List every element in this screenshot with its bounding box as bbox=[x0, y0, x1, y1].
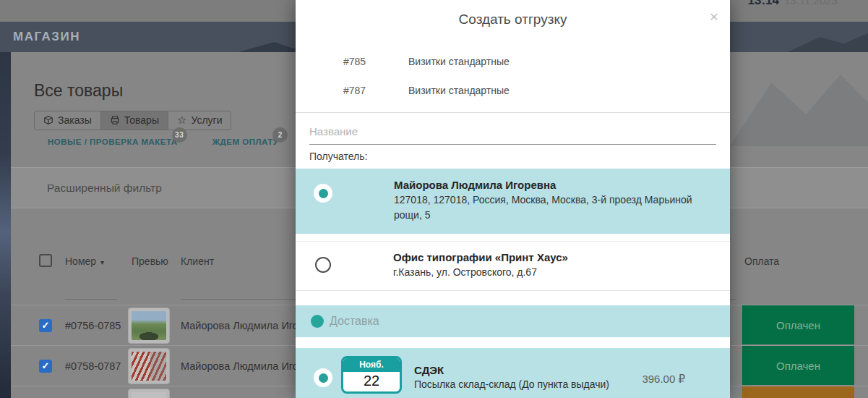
tab-orders[interactable]: Заказы bbox=[35, 111, 100, 130]
carrier-name: СДЭК bbox=[414, 364, 609, 376]
count-badge: 2 bbox=[272, 127, 288, 143]
payment-status-button[interactable] bbox=[742, 386, 854, 398]
tariff-name: Посылка склад-склад (До пункта выдачи) bbox=[414, 378, 609, 390]
column-filter-underline[interactable] bbox=[65, 299, 117, 300]
row-checkbox[interactable]: ✓ bbox=[39, 360, 52, 373]
sort-desc-icon: ▾ bbox=[100, 258, 104, 266]
package-icon bbox=[43, 115, 53, 125]
landscape-photo bbox=[132, 311, 166, 340]
logo-photo bbox=[132, 392, 166, 398]
star-icon: ☆ bbox=[177, 115, 186, 125]
item-id: #785 bbox=[343, 56, 408, 67]
list-item: #787 Визитки стандартные bbox=[296, 76, 730, 105]
preview-thumbnail[interactable] bbox=[128, 348, 170, 384]
count-badge: 33 bbox=[172, 127, 187, 143]
mountain-decor bbox=[788, 33, 868, 52]
radio-selected-icon[interactable] bbox=[314, 368, 332, 387]
delivery-section-header: Доставка bbox=[296, 305, 730, 337]
recipient-name: Офис типографии «Принт Хаус» bbox=[393, 251, 568, 263]
radio-selected-icon[interactable] bbox=[314, 184, 332, 203]
modal-title: Создать отгрузку bbox=[296, 0, 730, 27]
recipient-option[interactable]: Офис типографии «Принт Хаус» г.Казань, у… bbox=[296, 241, 730, 291]
delivery-section-label: Доставка bbox=[330, 315, 379, 328]
column-header-payment: Оплата bbox=[744, 255, 779, 267]
order-number: #0756-0785 bbox=[65, 305, 121, 346]
column-filter-underline[interactable] bbox=[181, 299, 297, 300]
link-label: НОВЫЕ / ПРОВЕРКА МАКЕТА bbox=[48, 137, 178, 146]
preview-thumbnail[interactable] bbox=[128, 308, 170, 344]
recipient-address: г.Казань, ул. Островского, д.67 bbox=[393, 265, 568, 280]
order-number: #0758-0787 bbox=[65, 346, 121, 386]
payment-status-button[interactable]: Оплачен bbox=[742, 346, 854, 385]
preview-thumbnail[interactable] bbox=[128, 389, 170, 398]
close-icon[interactable]: × bbox=[710, 9, 718, 24]
card-design-photo bbox=[132, 352, 166, 381]
create-shipment-modal: Создать отгрузку × #785 Визитки стандарт… bbox=[296, 0, 730, 398]
recipient-option-selected[interactable]: Майорова Людмила Игоревна 127018, 127018… bbox=[296, 169, 730, 234]
clock: 13:1413.11.2023 bbox=[748, 0, 838, 8]
delivery-price: 396.00 ₽ bbox=[642, 348, 685, 398]
radio-unselected-icon[interactable] bbox=[315, 257, 331, 273]
page-title: Все товары bbox=[34, 81, 123, 101]
advanced-filter-label: Расширенный фильтр bbox=[47, 182, 162, 195]
shipment-name-input[interactable] bbox=[309, 113, 716, 145]
list-item: #785 Визитки стандартные bbox=[296, 47, 730, 76]
delivery-info: СДЭК Посылка склад-склад (До пункта выда… bbox=[414, 348, 609, 398]
tab-label: Товары bbox=[124, 114, 159, 126]
background-photo-edge bbox=[0, 52, 11, 398]
item-name: Визитки стандартные bbox=[408, 85, 510, 96]
recipient-address: 127018, 127018, Россия, Москва, Москва, … bbox=[394, 192, 697, 223]
mountain-decor bbox=[730, 67, 868, 146]
time-text: 13:14 bbox=[748, 0, 779, 7]
link-awaiting-payment[interactable]: ЖДЕМ ОПЛАТУ 2 bbox=[212, 137, 279, 146]
column-header-client: Клиент bbox=[181, 255, 214, 267]
item-name: Визитки стандартные bbox=[408, 56, 510, 67]
tab-services[interactable]: ☆ Услуги bbox=[168, 111, 231, 130]
client-name: Иванова Анастасия bbox=[181, 386, 276, 398]
section-dot-icon bbox=[311, 315, 324, 328]
delivery-option-selected[interactable]: Нояб. 22 СДЭК Посылка склад-склад (До пу… bbox=[296, 348, 730, 398]
printer-icon bbox=[110, 115, 120, 125]
select-all-checkbox[interactable] bbox=[39, 254, 52, 267]
row-checkbox[interactable]: ✓ bbox=[39, 319, 52, 332]
payment-status-button[interactable]: Оплачен bbox=[742, 305, 854, 344]
link-label: ЖДЕМ ОПЛАТУ bbox=[212, 137, 279, 146]
tab-products[interactable]: Товары bbox=[100, 111, 168, 130]
order-number: #0760-0790 bbox=[65, 386, 121, 398]
shipment-items-list: #785 Визитки стандартные #787 Визитки ст… bbox=[296, 40, 730, 105]
delivery-day: 22 bbox=[343, 372, 400, 389]
modal-header: Создать отгрузку × bbox=[296, 0, 730, 40]
recipient-info: Майорова Людмила Игоревна 127018, 127018… bbox=[394, 169, 697, 234]
recipient-info: Офис типографии «Принт Хаус» г.Казань, у… bbox=[393, 251, 568, 280]
recipient-label: Получатель: bbox=[309, 151, 716, 162]
date-text: 13.11.2023 bbox=[784, 0, 838, 7]
column-header-number[interactable]: Номер▾ bbox=[65, 255, 104, 267]
recipient-name: Майорова Людмила Игоревна bbox=[394, 179, 697, 191]
delivery-month: Нояб. bbox=[343, 358, 400, 372]
item-id: #787 bbox=[343, 85, 408, 96]
delivery-date-badge: Нояб. 22 bbox=[341, 356, 402, 394]
tab-label: Услуги bbox=[191, 114, 222, 126]
tab-label: Заказы bbox=[58, 114, 92, 126]
shop-title: МАГАЗИН bbox=[13, 30, 80, 44]
link-new-check-layout[interactable]: НОВЫЕ / ПРОВЕРКА МАКЕТА 33 bbox=[48, 137, 178, 146]
view-switcher: Заказы Товары ☆ Услуги bbox=[34, 111, 231, 130]
column-header-preview: Превью bbox=[132, 255, 168, 267]
